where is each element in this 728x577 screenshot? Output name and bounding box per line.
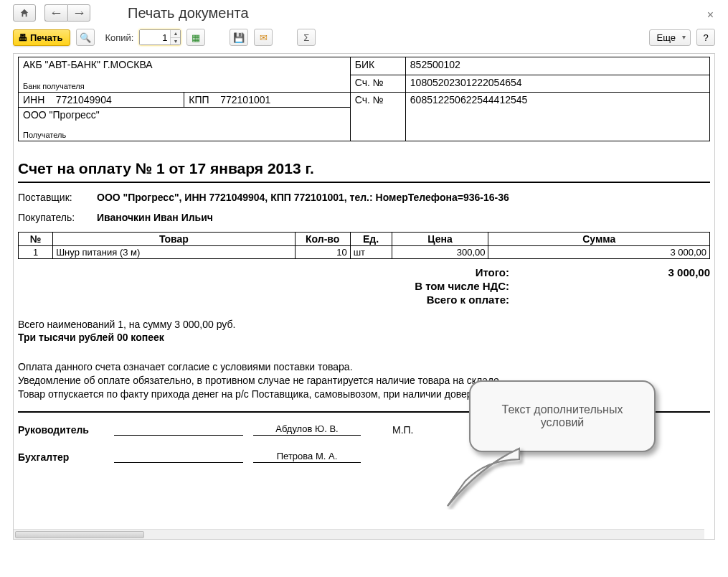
document-area: АКБ "АВТ-БАНК" Г.МОСКВА Банк получателя …	[13, 53, 715, 540]
kpp-label: КПП	[189, 94, 209, 105]
org-name: ООО "Прогресс"	[23, 109, 346, 121]
director-sign-line	[114, 423, 243, 436]
itogo-value: 3 000,00	[624, 266, 710, 278]
col-price: Цена	[392, 233, 488, 246]
close-button[interactable]: ×	[707, 9, 714, 22]
col-unit: Ед.	[350, 233, 392, 246]
nav-history-group: 🡐 🡒	[44, 4, 90, 22]
print-icon: 🖶	[18, 32, 27, 43]
more-button[interactable]: Еще	[649, 29, 691, 46]
forward-button[interactable]: 🡒	[67, 4, 90, 22]
nds-value	[624, 280, 710, 292]
recipient-label: Получатель	[23, 131, 346, 139]
home-button[interactable]	[13, 4, 36, 22]
sum-button[interactable]: Σ	[297, 29, 316, 46]
payer-acc: 608512250622544412545	[405, 93, 709, 141]
supplier-label: Поставщик:	[18, 192, 97, 203]
director-label: Руководитель	[18, 424, 104, 436]
help-label: ?	[703, 32, 708, 43]
table-row: 1 Шнур питания (3 м) 10 шт 300,00 3 000,…	[19, 246, 710, 259]
acc-label-1: Сч. №	[350, 75, 405, 93]
bank-recipient-label: Банк получателя	[23, 82, 346, 90]
accountant-sign-line	[114, 450, 243, 463]
accountant-label: Бухгалтер	[18, 451, 104, 463]
itogo-label: Итого:	[366, 266, 509, 278]
toolbar: 🖶 Печать 🔍 Копий: ▲ ▼ ▦ 💾 ✉ Σ Еще ?	[0, 26, 728, 53]
email-button[interactable]: ✉	[254, 29, 273, 46]
home-icon	[19, 8, 29, 18]
scrollbar-thumb[interactable]	[15, 531, 144, 538]
director-name: Абдулов Ю. В.	[253, 423, 361, 436]
save-button[interactable]: 💾	[230, 29, 248, 46]
sigma-icon: Σ	[303, 32, 309, 43]
preview-icon: 🔍	[80, 32, 91, 43]
totals-block: Итого:3 000,00 В том числе НДС: Всего к …	[18, 266, 710, 306]
buyer-value: Иваночкин Иван Ильич	[97, 212, 213, 223]
copies-up[interactable]: ▲	[171, 30, 180, 38]
nav-bar: 🡐 🡒 Печать документа	[0, 0, 728, 26]
nds-label: В том числе НДС:	[366, 280, 509, 292]
cell-num: 1	[19, 246, 53, 259]
bank-table: АКБ "АВТ-БАНК" Г.МОСКВА Банк получателя …	[18, 57, 710, 141]
help-button[interactable]: ?	[696, 29, 715, 46]
total-label: Всего к оплате:	[366, 294, 509, 306]
acc-label-2: Сч. №	[350, 93, 405, 141]
summary-words: Три тысячи рублей 00 копеек	[18, 332, 710, 343]
cell-name: Шнур питания (3 м)	[53, 246, 295, 259]
preview-button[interactable]: 🔍	[76, 29, 95, 46]
copies-input[interactable]	[140, 30, 170, 44]
copies-down[interactable]: ▼	[171, 38, 180, 45]
invoice-headline: Счет на оплату № 1 от 17 января 2013 г.	[18, 160, 710, 177]
cell-price: 300,00	[392, 246, 488, 259]
condition-1: Оплата данного счета означает согласие с…	[18, 360, 710, 374]
print-button[interactable]: 🖶 Печать	[13, 29, 70, 46]
annotation-callout: Текст дополнительных условий	[469, 380, 656, 452]
headline-divider	[18, 182, 710, 183]
col-sum: Сумма	[488, 233, 710, 246]
email-icon: ✉	[260, 32, 268, 43]
col-num: №	[19, 233, 53, 246]
templates-button[interactable]: ▦	[186, 29, 205, 46]
templates-icon: ▦	[192, 32, 200, 43]
bik-value: 852500102	[405, 57, 709, 75]
print-label: Печать	[30, 32, 62, 43]
more-label: Еще	[657, 32, 676, 43]
page-title: Печать документа	[128, 5, 249, 22]
save-icon: 💾	[233, 32, 245, 43]
summary-block: Всего наименований 1, на сумму 3 000,00 …	[18, 319, 710, 343]
bank-name: АКБ "АВТ-БАНК" Г.МОСКВА	[23, 59, 346, 70]
mp-label: М.П.	[392, 424, 414, 436]
copies-spinner[interactable]: ▲ ▼	[139, 29, 181, 45]
cell-qty: 10	[295, 246, 350, 259]
cell-sum: 3 000,00	[488, 246, 710, 259]
items-table: № Товар Кол-во Ед. Цена Сумма 1 Шнур пит…	[18, 232, 710, 259]
cell-unit: шт	[350, 246, 392, 259]
inn-label: ИНН	[23, 94, 44, 105]
callout-text: Текст дополнительных условий	[485, 403, 640, 429]
horizontal-scrollbar[interactable]	[14, 529, 704, 539]
inn-value: 7721049904	[56, 94, 112, 105]
accountant-name: Петрова М. А.	[253, 450, 361, 463]
col-qty: Кол-во	[295, 233, 350, 246]
copies-label: Копий:	[105, 32, 133, 43]
bank-acc: 10805202301222054654	[405, 75, 709, 93]
kpp-value: 772101001	[220, 94, 270, 105]
supplier-value: ООО "Прогресс", ИНН 7721049904, КПП 7721…	[97, 192, 509, 203]
buyer-label: Покупатель:	[18, 212, 97, 223]
col-name: Товар	[53, 233, 295, 246]
summary-line: Всего наименований 1, на сумму 3 000,00 …	[18, 319, 710, 330]
total-value	[624, 294, 710, 306]
back-button[interactable]: 🡐	[44, 4, 67, 22]
bik-label: БИК	[350, 57, 405, 75]
